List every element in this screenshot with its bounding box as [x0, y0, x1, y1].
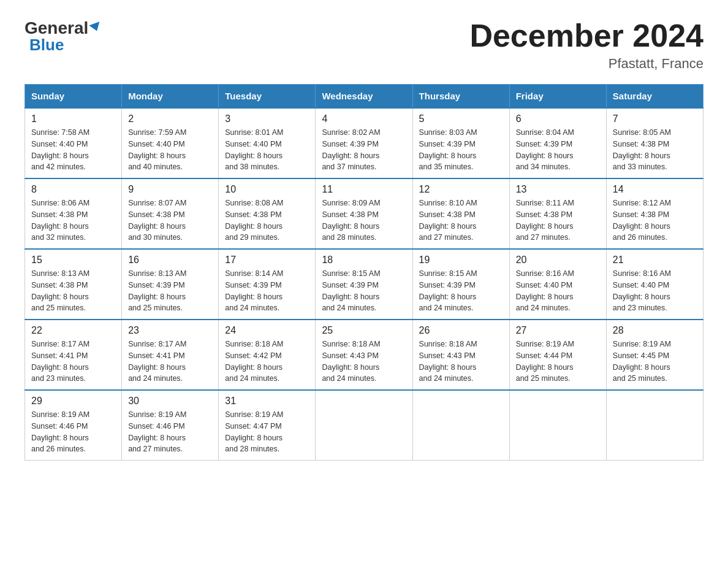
calendar-day-header: Wednesday — [316, 85, 412, 109]
day-number: 8 — [31, 184, 115, 195]
day-number: 28 — [613, 325, 697, 336]
calendar-day-cell: 8Sunrise: 8:06 AMSunset: 4:38 PMDaylight… — [25, 178, 122, 249]
calendar-day-cell: 13Sunrise: 8:11 AMSunset: 4:38 PMDayligh… — [509, 178, 606, 249]
calendar-day-cell: 26Sunrise: 8:18 AMSunset: 4:43 PMDayligh… — [412, 320, 509, 390]
calendar-day-cell — [509, 390, 606, 461]
day-info: Sunrise: 8:18 AMSunset: 4:43 PMDaylight:… — [322, 339, 406, 385]
day-info: Sunrise: 8:19 AMSunset: 4:46 PMDaylight:… — [31, 409, 115, 455]
day-number: 26 — [419, 325, 503, 336]
day-number: 30 — [128, 396, 212, 407]
day-info: Sunrise: 8:16 AMSunset: 4:40 PMDaylight:… — [613, 268, 697, 314]
calendar-day-cell: 10Sunrise: 8:08 AMSunset: 4:38 PMDayligh… — [219, 178, 316, 249]
logo: General Blue — [25, 18, 101, 55]
day-info: Sunrise: 8:14 AMSunset: 4:39 PMDaylight:… — [225, 268, 309, 314]
location: Pfastatt, France — [469, 56, 703, 72]
day-number: 11 — [322, 184, 406, 195]
day-info: Sunrise: 8:10 AMSunset: 4:38 PMDaylight:… — [419, 197, 503, 243]
calendar-table: SundayMondayTuesdayWednesdayThursdayFrid… — [25, 84, 703, 461]
day-info: Sunrise: 8:06 AMSunset: 4:38 PMDaylight:… — [31, 197, 115, 243]
day-info: Sunrise: 8:05 AMSunset: 4:38 PMDaylight:… — [613, 127, 697, 173]
day-number: 29 — [31, 396, 115, 407]
calendar-day-cell: 30Sunrise: 8:19 AMSunset: 4:46 PMDayligh… — [122, 390, 219, 461]
day-number: 22 — [31, 325, 115, 336]
calendar-day-cell: 17Sunrise: 8:14 AMSunset: 4:39 PMDayligh… — [219, 249, 316, 320]
day-number: 31 — [225, 396, 309, 407]
day-number: 14 — [613, 184, 697, 195]
day-info: Sunrise: 8:01 AMSunset: 4:40 PMDaylight:… — [225, 127, 309, 173]
month-title: December 2024 — [469, 18, 703, 53]
calendar-day-cell: 11Sunrise: 8:09 AMSunset: 4:38 PMDayligh… — [316, 178, 412, 249]
day-number: 1 — [31, 113, 115, 124]
day-info: Sunrise: 8:19 AMSunset: 4:45 PMDaylight:… — [613, 339, 697, 385]
calendar-day-cell: 9Sunrise: 8:07 AMSunset: 4:38 PMDaylight… — [122, 178, 219, 249]
day-number: 13 — [516, 184, 600, 195]
calendar-day-cell: 21Sunrise: 8:16 AMSunset: 4:40 PMDayligh… — [606, 249, 703, 320]
calendar-day-cell: 23Sunrise: 8:17 AMSunset: 4:41 PMDayligh… — [122, 320, 219, 390]
day-number: 19 — [419, 255, 503, 266]
day-number: 20 — [516, 255, 600, 266]
day-info: Sunrise: 8:17 AMSunset: 4:41 PMDaylight:… — [128, 339, 212, 385]
calendar-week-row: 8Sunrise: 8:06 AMSunset: 4:38 PMDaylight… — [25, 178, 703, 249]
day-info: Sunrise: 8:19 AMSunset: 4:47 PMDaylight:… — [225, 409, 309, 455]
day-info: Sunrise: 8:17 AMSunset: 4:41 PMDaylight:… — [31, 339, 115, 385]
day-number: 9 — [128, 184, 212, 195]
day-info: Sunrise: 8:13 AMSunset: 4:38 PMDaylight:… — [31, 268, 115, 314]
title-section: December 2024 Pfastatt, France — [469, 18, 703, 72]
calendar-day-header: Saturday — [606, 85, 703, 109]
calendar-day-cell: 18Sunrise: 8:15 AMSunset: 4:39 PMDayligh… — [316, 249, 412, 320]
calendar-day-cell: 1Sunrise: 7:58 AMSunset: 4:40 PMDaylight… — [25, 108, 122, 178]
day-info: Sunrise: 8:09 AMSunset: 4:38 PMDaylight:… — [322, 197, 406, 243]
day-number: 4 — [322, 113, 406, 124]
calendar-day-header: Friday — [509, 85, 606, 109]
calendar-week-row: 15Sunrise: 8:13 AMSunset: 4:38 PMDayligh… — [25, 249, 703, 320]
day-number: 6 — [516, 113, 600, 124]
calendar-week-row: 29Sunrise: 8:19 AMSunset: 4:46 PMDayligh… — [25, 390, 703, 461]
calendar-day-header: Monday — [122, 85, 219, 109]
day-number: 27 — [516, 325, 600, 336]
day-number: 5 — [419, 113, 503, 124]
day-number: 15 — [31, 255, 115, 266]
calendar-day-cell: 7Sunrise: 8:05 AMSunset: 4:38 PMDaylight… — [606, 108, 703, 178]
calendar-day-cell: 16Sunrise: 8:13 AMSunset: 4:39 PMDayligh… — [122, 249, 219, 320]
calendar-day-cell — [316, 390, 412, 461]
calendar-day-cell: 12Sunrise: 8:10 AMSunset: 4:38 PMDayligh… — [412, 178, 509, 249]
day-number: 10 — [225, 184, 309, 195]
calendar-day-header: Thursday — [412, 85, 509, 109]
calendar-day-cell: 4Sunrise: 8:02 AMSunset: 4:39 PMDaylight… — [316, 108, 412, 178]
day-number: 25 — [322, 325, 406, 336]
calendar-day-cell: 29Sunrise: 8:19 AMSunset: 4:46 PMDayligh… — [25, 390, 122, 461]
day-number: 24 — [225, 325, 309, 336]
page-header: General Blue December 2024 Pfastatt, Fra… — [25, 18, 703, 72]
day-number: 21 — [613, 255, 697, 266]
calendar-day-cell: 25Sunrise: 8:18 AMSunset: 4:43 PMDayligh… — [316, 320, 412, 390]
calendar-day-cell: 15Sunrise: 8:13 AMSunset: 4:38 PMDayligh… — [25, 249, 122, 320]
calendar-day-cell: 14Sunrise: 8:12 AMSunset: 4:38 PMDayligh… — [606, 178, 703, 249]
day-info: Sunrise: 7:58 AMSunset: 4:40 PMDaylight:… — [31, 127, 115, 173]
calendar-day-cell: 28Sunrise: 8:19 AMSunset: 4:45 PMDayligh… — [606, 320, 703, 390]
calendar-week-row: 1Sunrise: 7:58 AMSunset: 4:40 PMDaylight… — [25, 108, 703, 178]
day-info: Sunrise: 8:07 AMSunset: 4:38 PMDaylight:… — [128, 197, 212, 243]
day-info: Sunrise: 8:03 AMSunset: 4:39 PMDaylight:… — [419, 127, 503, 173]
day-info: Sunrise: 8:13 AMSunset: 4:39 PMDaylight:… — [128, 268, 212, 314]
calendar-day-cell: 3Sunrise: 8:01 AMSunset: 4:40 PMDaylight… — [219, 108, 316, 178]
day-number: 2 — [128, 113, 212, 124]
day-info: Sunrise: 8:19 AMSunset: 4:46 PMDaylight:… — [128, 409, 212, 455]
calendar-day-cell: 2Sunrise: 7:59 AMSunset: 4:40 PMDaylight… — [122, 108, 219, 178]
day-info: Sunrise: 7:59 AMSunset: 4:40 PMDaylight:… — [128, 127, 212, 173]
calendar-day-cell: 5Sunrise: 8:03 AMSunset: 4:39 PMDaylight… — [412, 108, 509, 178]
day-info: Sunrise: 8:08 AMSunset: 4:38 PMDaylight:… — [225, 197, 309, 243]
calendar-day-cell — [412, 390, 509, 461]
calendar-day-cell: 20Sunrise: 8:16 AMSunset: 4:40 PMDayligh… — [509, 249, 606, 320]
day-number: 7 — [613, 113, 697, 124]
day-info: Sunrise: 8:12 AMSunset: 4:38 PMDaylight:… — [613, 197, 697, 243]
calendar-day-cell: 27Sunrise: 8:19 AMSunset: 4:44 PMDayligh… — [509, 320, 606, 390]
day-info: Sunrise: 8:15 AMSunset: 4:39 PMDaylight:… — [322, 268, 406, 314]
logo-blue: Blue — [29, 36, 64, 55]
day-number: 3 — [225, 113, 309, 124]
day-number: 23 — [128, 325, 212, 336]
day-number: 18 — [322, 255, 406, 266]
day-info: Sunrise: 8:15 AMSunset: 4:39 PMDaylight:… — [419, 268, 503, 314]
day-info: Sunrise: 8:11 AMSunset: 4:38 PMDaylight:… — [516, 197, 600, 243]
calendar-day-header: Tuesday — [219, 85, 316, 109]
day-info: Sunrise: 8:04 AMSunset: 4:39 PMDaylight:… — [516, 127, 600, 173]
